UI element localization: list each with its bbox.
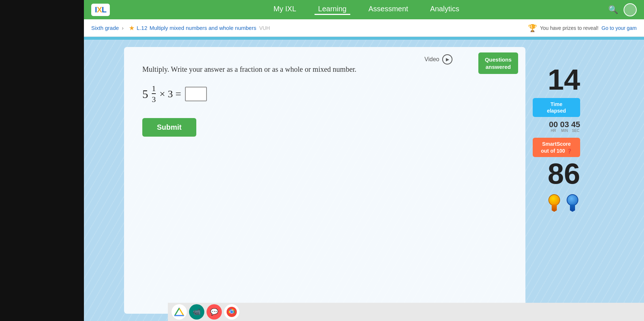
badges [547, 194, 580, 214]
navbar: IXL My IXL Learning Assessment Analytics… [84, 0, 644, 19]
nav-learning[interactable]: Learning [315, 5, 350, 15]
nav-assessment[interactable]: Assessment [365, 5, 412, 15]
timer-min-label: MIN [561, 129, 568, 133]
smart-score-help-icon[interactable]: ❓ [567, 149, 572, 154]
exercise-panel: Video ▶ Questionsanswered Multiply. Writ… [124, 47, 525, 314]
breadcrumb-bar: Sixth grade › ★ L.12 Multiply mixed numb… [84, 19, 644, 37]
breadcrumb-lesson-name[interactable]: Multiply mixed numbers and whole numbers [150, 25, 257, 31]
prize-link[interactable]: Go to your gam [602, 25, 637, 31]
math-problem: 5 1 3 × 3 = [142, 85, 507, 103]
breadcrumb-star-icon[interactable]: ★ [129, 24, 135, 32]
timer-min-value: 03 [560, 121, 569, 129]
timer-hr-label: HR [551, 129, 556, 133]
timer-hours: 00 HR [549, 121, 558, 133]
badge-circle-blue [567, 194, 578, 206]
ixl-logo[interactable]: IXL [91, 4, 110, 16]
timer-minutes: 03 MIN [560, 121, 569, 133]
time-elapsed-label: Timeelapsed [547, 101, 566, 114]
trophy-icon: 🏆 [528, 24, 537, 32]
denominator: 3 [152, 95, 156, 103]
breadcrumb-lesson-code[interactable]: L.12 [137, 25, 147, 31]
timer-display: 00 HR 03 MIN 45 SEC [549, 121, 580, 133]
chrome-icon [226, 306, 238, 318]
whole-number: 5 [142, 87, 148, 101]
nav-right: 🔍 [608, 3, 637, 16]
main-wrapper: IXL My IXL Learning Assessment Analytics… [84, 0, 644, 321]
content-top-border [84, 37, 644, 40]
submit-button[interactable]: Submit [142, 118, 196, 137]
badge-ribbon-blue [570, 204, 575, 212]
svg-marker-1 [175, 308, 184, 316]
content-area: Video ▶ Questionsanswered Multiply. Writ… [84, 40, 644, 321]
numerator: 1 [152, 85, 156, 94]
smart-score-button[interactable]: SmartScoreout of 100 ❓ [533, 138, 580, 157]
nav-analytics[interactable]: Analytics [427, 5, 463, 15]
prize-text: You have prizes to reveal! [540, 25, 599, 31]
video-play-icon: ▶ [442, 54, 452, 64]
nav-my-ixl[interactable]: My IXL [270, 5, 300, 15]
timer-hr-value: 00 [549, 121, 558, 129]
wechat-icon: 💬 [210, 308, 218, 316]
timer-sec-value: 45 [571, 121, 580, 129]
taskbar-chrome-app[interactable] [224, 304, 239, 320]
breadcrumb-code: VUH [259, 25, 270, 31]
nav-links: My IXL Learning Assessment Analytics [124, 5, 608, 15]
times-symbol: × 3 = [159, 88, 181, 100]
time-elapsed-button[interactable]: Timeelapsed [533, 98, 580, 117]
fraction: 1 3 [152, 85, 156, 103]
breadcrumb-grade[interactable]: Sixth grade [91, 25, 119, 31]
smart-score-value: 86 [548, 159, 580, 188]
left-background [0, 0, 84, 321]
questions-answered-button[interactable]: Questionsanswered [478, 52, 518, 74]
right-sidebar: 14 Timeelapsed 00 HR 03 MIN 45 SEC [525, 40, 584, 321]
taskbar-meet-app[interactable]: 📹 [189, 304, 204, 320]
drive-icon [174, 307, 184, 317]
badge-gold [547, 194, 562, 214]
questions-count: 14 [548, 65, 580, 94]
meet-icon: 📹 [193, 308, 201, 316]
timer-seconds: 45 SEC [571, 121, 580, 133]
badge-blue [565, 194, 580, 214]
breadcrumb-arrow: › [122, 25, 124, 31]
question-instruction: Multiply. Write your answer as a fractio… [142, 65, 507, 74]
avatar[interactable] [624, 3, 637, 16]
answer-input[interactable] [185, 87, 207, 101]
prize-banner: 🏆 You have prizes to reveal! Go to your … [528, 24, 637, 32]
questions-answered-label: Questionsanswered [485, 56, 512, 70]
taskbar-wechat-app[interactable]: 💬 [207, 304, 222, 320]
badge-ribbon-gold [552, 204, 557, 212]
video-label: Video [424, 56, 439, 63]
timer-sec-label: SEC [572, 129, 579, 133]
taskbar: 📹 💬 👤 1 Sep 24 [168, 303, 644, 321]
badge-circle-gold [548, 194, 560, 206]
video-button[interactable]: Video ▶ [424, 54, 452, 64]
svg-point-8 [230, 310, 233, 313]
search-icon[interactable]: 🔍 [608, 5, 618, 15]
taskbar-drive-app[interactable] [171, 304, 187, 320]
